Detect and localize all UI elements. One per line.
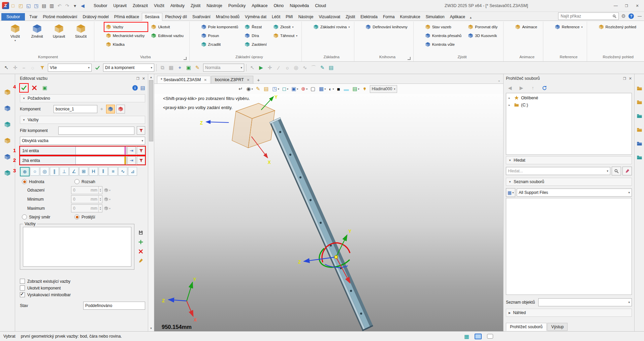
filter-pick-icon[interactable] bbox=[137, 126, 145, 135]
rozlozeny-pohled-button[interactable]: Rozložený pohled bbox=[597, 23, 639, 31]
section-vazby[interactable]: Vazby bbox=[20, 116, 145, 124]
new-file-icon[interactable]: □ bbox=[9, 2, 17, 10]
section-pozadovano[interactable]: Požadováno bbox=[20, 94, 145, 102]
message-bubble-icon[interactable] bbox=[487, 334, 493, 339]
cloud-library-icon[interactable] bbox=[637, 155, 642, 160]
ribbon-tab[interactable]: Svařování bbox=[190, 13, 213, 21]
kontrola-presahu-button[interactable]: Kontrola přesahů bbox=[424, 31, 465, 40]
option-checkbox[interactable]: Zobrazit existující vazby bbox=[20, 279, 145, 284]
refresh-icon[interactable] bbox=[540, 84, 548, 92]
cancel-button[interactable] bbox=[30, 84, 38, 92]
dira-button[interactable]: Díra bbox=[243, 31, 270, 40]
minimize-window-icon[interactable]: — bbox=[611, 2, 620, 9]
ribbon-tab[interactable]: Plošné modelování bbox=[40, 13, 80, 21]
quick-layers-icon[interactable]: ▤ bbox=[264, 86, 269, 92]
command-search-input[interactable] bbox=[560, 13, 611, 19]
float-panel-icon[interactable] bbox=[136, 76, 139, 81]
concentric-tool-icon[interactable]: ◎ bbox=[292, 64, 300, 71]
section-hledat[interactable]: Hledat bbox=[506, 156, 632, 164]
save-all-icon[interactable]: ◳ bbox=[32, 2, 40, 10]
middle-constraint-icon[interactable]: ǁ bbox=[99, 167, 108, 176]
show-component-toggle[interactable] bbox=[106, 105, 115, 113]
menu-item[interactable]: Nápověda bbox=[287, 2, 312, 9]
scrollbar-thumb[interactable] bbox=[149, 80, 153, 141]
load-vazby-icon[interactable] bbox=[138, 230, 143, 235]
section-view-icon[interactable]: ▦▾ bbox=[319, 86, 326, 92]
close-window-icon[interactable] bbox=[633, 2, 642, 9]
clear-vazby-icon[interactable] bbox=[138, 258, 143, 264]
filtr-komponent-input[interactable] bbox=[58, 127, 134, 135]
command-search[interactable] bbox=[558, 12, 619, 20]
value-spinner[interactable]: 0 mm bbox=[71, 186, 102, 194]
constraint-manager-icon[interactable] bbox=[4, 121, 11, 128]
table-display-icon[interactable]: ▦ bbox=[464, 333, 469, 340]
print-preview-icon[interactable]: ▥ bbox=[48, 2, 56, 10]
close-panel-icon[interactable] bbox=[629, 76, 632, 81]
animace-button[interactable]: Animace bbox=[514, 23, 540, 31]
file-list[interactable] bbox=[506, 198, 632, 295]
path-constraint-icon[interactable]: ⊿ bbox=[128, 167, 137, 176]
forward-icon[interactable]: ▶ bbox=[517, 84, 525, 92]
annotate-icon[interactable]: ✎ bbox=[256, 86, 261, 92]
rotate-center-icon[interactable]: ⊕▾ bbox=[301, 86, 308, 92]
tangent-constraint-icon[interactable]: ○ bbox=[30, 167, 39, 176]
scroll-down-icon[interactable]: ▼ bbox=[150, 326, 153, 331]
layer-manager-icon[interactable] bbox=[4, 137, 11, 144]
open-file-icon[interactable]: ◰ bbox=[17, 2, 25, 10]
help-doc-icon[interactable]: ▤ bbox=[140, 85, 145, 91]
back-icon[interactable]: ◀ bbox=[506, 84, 514, 92]
menu-item[interactable]: Zobrazit bbox=[130, 2, 151, 9]
up-folder-icon[interactable]: ↑ bbox=[529, 84, 537, 92]
recent-files-icon[interactable] bbox=[637, 99, 642, 105]
document-tab[interactable]: bocnice.Z3PRT bbox=[211, 76, 253, 83]
scroll-up-icon[interactable]: ▲ bbox=[150, 75, 153, 79]
quick-edit-icon[interactable]: ✎ bbox=[194, 64, 201, 71]
panel-bottom-tab[interactable]: Výstup bbox=[547, 323, 568, 331]
ribbon-tab[interactable]: Tvar bbox=[27, 13, 40, 21]
paste-icon[interactable]: ▦ bbox=[167, 64, 175, 71]
vlozit-button[interactable]: Vložit ▾ bbox=[5, 23, 26, 54]
expand-icon[interactable]: ▸ bbox=[509, 96, 512, 100]
entita1-filter-icon[interactable] bbox=[137, 146, 145, 155]
perpendicular-constraint-icon[interactable]: ⊥ bbox=[60, 167, 69, 176]
view-orientation-icon[interactable]: ◳▾ bbox=[272, 86, 279, 92]
save-icon[interactable]: ◱ bbox=[25, 2, 32, 10]
filter-all-icon[interactable] bbox=[40, 65, 45, 70]
menu-item[interactable]: Pomůcky bbox=[225, 2, 249, 9]
regen-icon[interactable]: ▣ bbox=[185, 64, 192, 71]
tree-item-oblibene[interactable]: ▸ Oblíbené bbox=[507, 95, 631, 101]
reference-button[interactable]: Reference ▾ bbox=[553, 23, 584, 31]
entita1-list-icon[interactable] bbox=[127, 146, 136, 155]
parallel-constraint-icon[interactable]: ∥ bbox=[50, 167, 59, 176]
ribbon-tab[interactable]: Konstrukce bbox=[397, 13, 423, 21]
close-tab-icon[interactable] bbox=[204, 77, 207, 82]
kusovnik-button[interactable]: 3D Kusovník bbox=[466, 31, 501, 40]
view-cube-icon[interactable]: ▣▾ bbox=[291, 86, 298, 92]
entita2-filter-icon[interactable] bbox=[137, 156, 145, 165]
scene-layers-icon[interactable]: ▤▾ bbox=[352, 86, 359, 92]
delete-vazba-icon[interactable] bbox=[138, 249, 143, 254]
print-icon[interactable]: ▤ bbox=[40, 2, 48, 10]
vazby-button[interactable]: Vazby bbox=[104, 23, 148, 31]
vazba-type-dropdown[interactable]: Obvyklá vazba▾ bbox=[20, 137, 145, 145]
panel-scrollbar[interactable]: ▲ ▼ bbox=[148, 74, 154, 331]
tab-soubor[interactable]: Soubor bbox=[1, 13, 25, 21]
section-seznam-souboru[interactable]: Seznam souborů bbox=[506, 178, 632, 186]
zoom-all-icon[interactable]: ▢ bbox=[311, 86, 316, 92]
apply-options-button[interactable]: ▣ bbox=[41, 84, 49, 92]
3d-canvas[interactable]: Z X Y bbox=[154, 94, 503, 331]
kontrola-vule-button[interactable]: Kontrola vůle bbox=[424, 40, 465, 49]
menu-item[interactable]: Nástroje bbox=[203, 2, 225, 9]
tahnout-button[interactable]: Táhnout ▾ bbox=[272, 31, 299, 40]
porovnat-dily-button[interactable]: Porovnat díly bbox=[466, 23, 501, 31]
render-mode-icon[interactable]: ◐▾ bbox=[329, 86, 334, 92]
ribbon-tab[interactable]: Zjistit bbox=[343, 13, 358, 21]
info-icon[interactable]: i bbox=[132, 85, 138, 91]
kladka-button[interactable]: Kladka bbox=[104, 40, 148, 49]
settings-gear-icon[interactable]: ⚙ bbox=[621, 13, 626, 19]
definovani-knihovny-button[interactable]: Definování knihovny bbox=[364, 23, 411, 31]
reuse-library-icon[interactable] bbox=[637, 127, 642, 133]
pole-komponentu-button[interactable]: Pole komponentů bbox=[200, 23, 242, 31]
point-tool-icon[interactable]: ✛ bbox=[266, 64, 273, 71]
add-vazba-icon[interactable] bbox=[138, 239, 143, 245]
